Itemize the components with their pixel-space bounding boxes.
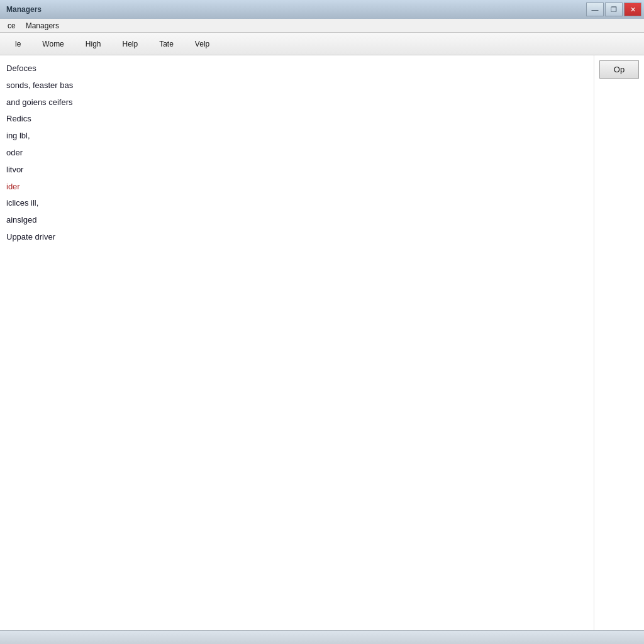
close-button[interactable]: ✕ <box>624 3 641 16</box>
list-item[interactable]: iclices ill, <box>3 195 591 212</box>
window-controls: — ❐ ✕ <box>586 3 641 16</box>
tab-velp[interactable]: Velp <box>185 37 219 51</box>
window-title: Managers <box>3 5 42 14</box>
list-item[interactable]: Uppate driver <box>3 229 591 246</box>
tab-help[interactable]: Help <box>112 37 148 51</box>
op-button[interactable]: Op <box>599 60 639 79</box>
list-item[interactable]: Redics <box>3 111 591 128</box>
list-item[interactable]: ing lbl, <box>3 128 591 145</box>
list-item[interactable]: oder <box>3 145 591 162</box>
minimize-button[interactable]: — <box>586 3 604 16</box>
list-item[interactable]: ider <box>3 179 591 196</box>
list-item[interactable]: sonds, feaster bas <box>3 77 591 94</box>
status-bar <box>0 630 644 644</box>
tab-tate[interactable]: Tate <box>149 37 184 51</box>
content-area: Defocessonds, feaster basand goiens ceif… <box>0 55 644 630</box>
title-bar: Managers — ❐ ✕ <box>0 0 644 19</box>
list-item[interactable]: Defoces <box>3 60 591 77</box>
tab-wome[interactable]: Wome <box>32 37 74 51</box>
tab-high[interactable]: High <box>75 37 111 51</box>
list-item[interactable]: and goiens ceifers <box>3 94 591 111</box>
main-window: Managers — ❐ ✕ ce Managers le Wome High … <box>0 0 644 644</box>
maximize-button[interactable]: ❐ <box>605 3 623 16</box>
menu-item-managers[interactable]: Managers <box>21 20 64 31</box>
list-item[interactable]: litvor <box>3 162 591 179</box>
tab-le[interactable]: le <box>5 37 31 51</box>
side-panel: Op <box>594 55 644 630</box>
list-item[interactable]: ainslged <box>3 212 591 229</box>
toolbar: le Wome High Help Tate Velp <box>0 33 644 55</box>
list-panel: Defocessonds, feaster basand goiens ceif… <box>0 55 594 630</box>
menu-bar: ce Managers <box>0 19 644 33</box>
menu-item-ce[interactable]: ce <box>3 20 21 31</box>
